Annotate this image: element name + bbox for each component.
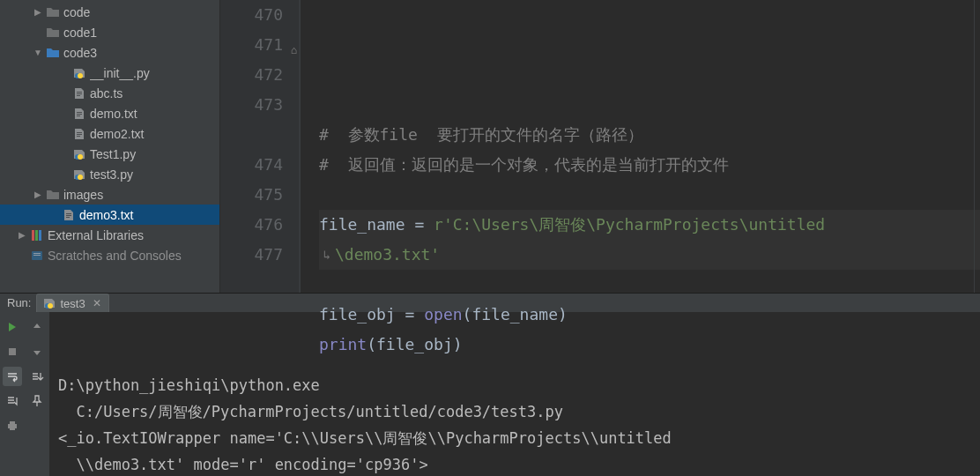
tree-item-label: code3 [63, 46, 219, 60]
tree-item-code[interactable]: code [0, 2, 219, 22]
svg-rect-5 [77, 112, 82, 113]
tree-item-images[interactable]: images [0, 184, 219, 205]
chevron-down-icon[interactable] [33, 48, 42, 57]
svg-rect-29 [10, 428, 15, 430]
tree-item-label: __init__.py [90, 66, 219, 80]
tree-item-demo3-txt[interactable]: demo3.txt [0, 205, 219, 225]
wrap-indicator-icon: ↳ [319, 240, 335, 270]
svg-rect-17 [66, 217, 70, 218]
code-token: # 参数file 要打开的文件的名字（路径） [319, 120, 643, 150]
soft-wrap-button[interactable] [3, 367, 22, 386]
project-tree[interactable]: codecode1code3__init__.pyabc.tsdemo.txtd… [0, 0, 220, 293]
chevron-right-icon[interactable] [18, 230, 26, 240]
tree-item-test1-py[interactable]: Test1.py [0, 144, 219, 164]
close-icon[interactable]: ✕ [89, 297, 101, 309]
run-tab-test3[interactable]: test3 ✕ [36, 294, 108, 312]
console-line: C:/Users/周智俊/PycharmProjects/untitled/co… [58, 398, 971, 425]
tree-item-label: demo2.txt [90, 127, 219, 141]
run-toolbar [0, 312, 49, 476]
svg-rect-3 [77, 93, 82, 94]
chevron-right-icon[interactable] [33, 7, 42, 17]
console-line: D:\python_jieshiqi\python.exe [58, 372, 971, 398]
svg-rect-10 [77, 136, 80, 137]
down-button[interactable] [27, 342, 47, 361]
scroll-to-end-button[interactable] [3, 391, 22, 411]
svg-rect-16 [66, 215, 71, 216]
tree-item-code1[interactable]: code1 [0, 22, 219, 42]
editor-code-area[interactable]: # 参数file 要打开的文件的名字（路径）# 返回值：返回的是一个对象，代表的… [300, 0, 980, 293]
line-number [220, 120, 283, 150]
export-button[interactable] [27, 367, 47, 386]
pin-button[interactable] [27, 391, 47, 411]
stop-button[interactable] [3, 342, 22, 361]
line-number: 475 [220, 180, 283, 210]
svg-rect-23 [33, 255, 41, 256]
line-number: 470 [220, 0, 283, 30]
tree-item-abc-ts[interactable]: abc.ts [0, 83, 219, 103]
file-icon [72, 86, 86, 100]
tree-item-test3-py[interactable]: test3.py [0, 164, 219, 184]
tree-item-label: images [63, 188, 219, 202]
python-icon [72, 66, 86, 80]
chevron-right-icon[interactable] [33, 190, 42, 199]
svg-rect-9 [77, 134, 82, 135]
svg-rect-28 [10, 421, 15, 424]
line-number: 477 [220, 240, 283, 270]
svg-rect-7 [77, 115, 80, 116]
tree-item-external-libraries[interactable]: External Libraries [0, 225, 219, 245]
tree-item-demo-txt[interactable]: demo.txt [0, 103, 219, 123]
svg-point-1 [78, 73, 83, 78]
line-number: 476 [220, 210, 283, 240]
code-line[interactable] [319, 180, 980, 210]
tree-item-label: demo.txt [90, 107, 219, 121]
svg-rect-18 [32, 230, 34, 241]
run-tab-label: test3 [60, 297, 85, 310]
svg-rect-20 [39, 230, 41, 241]
folder-dark-icon [46, 188, 60, 202]
svg-rect-19 [35, 230, 38, 241]
svg-point-12 [78, 154, 83, 160]
libs-icon [30, 228, 44, 242]
svg-rect-15 [66, 213, 71, 214]
svg-point-14 [78, 175, 83, 180]
line-number: 471 [220, 30, 283, 60]
code-line[interactable]: file_name = r'C:\Users\周智俊\PycharmProjec… [319, 210, 980, 240]
tree-item-label: code1 [63, 26, 219, 40]
code-line[interactable]: # 返回值：返回的是一个对象，代表的是当前打开的文件 [319, 150, 980, 180]
line-number: 473 [220, 90, 283, 120]
file-icon [72, 107, 86, 121]
code-token: \demo3.txt' [335, 240, 440, 270]
tree-item-label: demo3.txt [79, 208, 219, 222]
tree-item-code3[interactable]: code3 [0, 42, 219, 63]
code-token: file_name [319, 210, 414, 240]
run-label: Run: [7, 296, 31, 309]
tree-item-label: abc.ts [90, 86, 219, 100]
svg-rect-26 [9, 348, 16, 355]
tree-item-scratches-and-consoles[interactable]: Scratches and Consoles [0, 245, 219, 265]
svg-rect-6 [77, 114, 82, 115]
print-button[interactable] [3, 416, 22, 435]
folder-blue-icon [46, 46, 60, 60]
fold-marker-icon[interactable]: ⌂ [286, 35, 297, 46]
run-console[interactable]: D:\python_jieshiqi\python.exe C:/Users/周… [49, 312, 980, 476]
line-number: 474 [220, 150, 283, 180]
code-line[interactable]: # 参数file 要打开的文件的名字（路径） [319, 120, 980, 150]
rerun-button[interactable] [3, 317, 22, 337]
tree-item-label: code [63, 5, 219, 19]
tree-item-label: Test1.py [90, 147, 219, 161]
svg-rect-2 [77, 92, 82, 93]
python-icon [72, 167, 86, 182]
svg-point-25 [48, 303, 53, 309]
tree-item--init-py[interactable]: __init__.py [0, 63, 219, 83]
console-line: <_io.TextIOWrapper name='C:\\Users\\周智俊\… [58, 425, 971, 451]
code-editor[interactable]: ⌂ 470471472473474475476477 # 参数file 要打开的… [220, 0, 980, 293]
svg-rect-22 [33, 253, 41, 254]
code-line[interactable] [319, 270, 980, 300]
code-line[interactable]: ↳\demo3.txt' [319, 240, 980, 270]
up-button[interactable] [27, 317, 47, 337]
folder-dark-icon [46, 26, 60, 40]
python-icon [72, 147, 86, 161]
code-token: r'C:\Users\周智俊\PycharmProjects\untitled [434, 210, 825, 240]
editor-gutter: ⌂ 470471472473474475476477 [220, 0, 300, 293]
tree-item-demo2-txt[interactable]: demo2.txt [0, 123, 219, 144]
